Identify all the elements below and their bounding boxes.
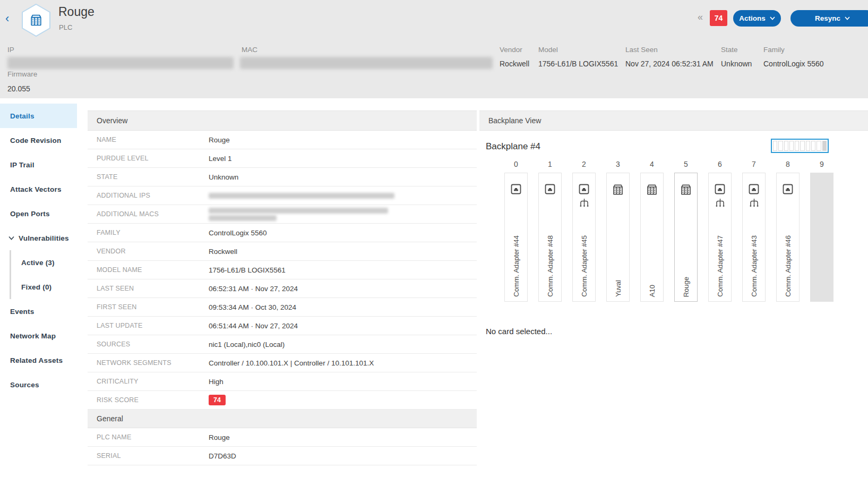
family-value: ControlLogix 5560 — [763, 60, 824, 68]
minimap-slot — [778, 141, 783, 151]
slot-card-a10[interactable]: A10 — [640, 173, 664, 302]
resync-button[interactable]: Resync — [790, 10, 868, 27]
row-value: Controller / 10.100.101.X | Controller /… — [209, 359, 477, 367]
slot-card-icons — [607, 173, 629, 197]
slot-card-label: Rouge — [682, 277, 690, 297]
table-row: FAMILYControlLogix 5560 — [88, 224, 477, 242]
sidebar-item-events[interactable]: Events — [0, 299, 77, 324]
minimap-slot — [800, 141, 804, 151]
page-title: Rouge — [58, 5, 94, 19]
slot-number: 3 — [606, 160, 630, 171]
slot-card-icons — [675, 173, 697, 197]
backplane-slot-7: 7Comm. Adapter #43 — [742, 160, 766, 302]
row-value: Level 1 — [209, 155, 477, 163]
table-row: LAST SEEN06:52:31 AM · Nov 27, 2024 — [88, 279, 477, 298]
row-label: FIRST SEEN — [88, 303, 209, 311]
slot-card-rouge[interactable]: Rouge — [674, 173, 698, 302]
slot-card-icons — [743, 173, 765, 208]
actions-button[interactable]: Actions — [733, 10, 781, 27]
table-row: MODEL NAME1756-L61/B LOGIX5561 — [88, 261, 477, 279]
backplane-minimap[interactable] — [771, 139, 829, 153]
row-label: SOURCES — [88, 341, 209, 348]
sidebar-item-sources[interactable]: Sources — [0, 372, 77, 397]
overview-table: NAMERougePURDUE LEVELLevel 1STATEUnknown… — [88, 131, 477, 410]
backplane-body: Backplane #4 0Comm. Adapter #441Comm. Ad… — [479, 131, 868, 493]
table-row: ADDITIONAL MACS — [88, 205, 477, 224]
sidebar-item-details[interactable]: Details — [0, 104, 77, 128]
chevron-down-icon — [770, 16, 775, 20]
backplane-slot-8: 8Comm. Adapter #46 — [776, 160, 800, 302]
sidebar-item-ip-trail[interactable]: IP Trail — [0, 152, 77, 177]
plc-rack-icon — [29, 13, 44, 28]
slot-number: 6 — [708, 160, 732, 171]
network-tree-icon — [579, 198, 590, 208]
table-row: SOURCESnic1 (Local),nic0 (Local) — [88, 335, 477, 354]
sidebar-item-label: IP Trail — [10, 161, 35, 169]
table-row: VENDORRockwell — [88, 242, 477, 261]
sidebar-item-label: Code Revision — [10, 137, 61, 144]
vendor-label: Vendor — [500, 46, 522, 54]
row-value — [209, 193, 477, 199]
slot-card-label: Comm. Adapter #44 — [512, 235, 520, 297]
slot-number: 9 — [810, 160, 833, 171]
slot-card-label: A10 — [648, 285, 656, 297]
slot-card-comm-adapter-48[interactable]: Comm. Adapter #48 — [538, 173, 562, 302]
row-label: PURDUE LEVEL — [88, 155, 209, 162]
ethernet-port-icon — [510, 183, 522, 196]
row-label: VENDOR — [88, 248, 209, 255]
slot-card-comm-adapter-43[interactable]: Comm. Adapter #43 — [742, 173, 766, 302]
state-value: Unknown — [721, 60, 752, 68]
plc-rack-icon — [679, 183, 693, 197]
table-row: NETWORK SEGMENTSController / 10.100.101.… — [88, 354, 477, 372]
backplane-slot-5: 5Rouge — [674, 160, 698, 302]
sidebar-item-network-map[interactable]: Network Map — [0, 324, 77, 348]
minimap-slot — [806, 141, 810, 151]
sidebar-item-vulnerabilities-fixed[interactable]: Fixed (0) — [11, 275, 77, 299]
sidebar-item-vulnerabilities-active[interactable]: Active (3) — [11, 250, 77, 275]
last-seen-label: Last Seen — [625, 46, 658, 54]
backplane-slot-9: 9 — [810, 160, 833, 302]
row-label: ADDITIONAL IPS — [88, 192, 209, 199]
slot-card-comm-adapter-47[interactable]: Comm. Adapter #47 — [708, 173, 732, 302]
redacted-value — [209, 208, 388, 214]
ethernet-port-icon — [714, 183, 726, 196]
minimap-slot — [773, 141, 777, 151]
resync-button-label: Resync — [815, 14, 840, 22]
slot-card-comm-adapter-44[interactable]: Comm. Adapter #44 — [504, 173, 528, 302]
table-row: FIRST SEEN09:53:34 AM · Oct 30, 2024 — [88, 298, 477, 317]
row-value: Rouge — [209, 434, 477, 441]
slot-number: 7 — [742, 160, 766, 171]
slot-card-comm-adapter-46[interactable]: Comm. Adapter #46 — [776, 173, 800, 302]
row-value: nic1 (Local),nic0 (Local) — [209, 341, 477, 348]
sidebar-item-open-ports[interactable]: Open Ports — [0, 201, 77, 226]
sidebar-item-label: Details — [10, 112, 35, 120]
state-label: State — [721, 46, 738, 54]
backplane-panel: Backplane View Backplane #4 0Comm. Adapt… — [479, 110, 868, 493]
slot-number: 0 — [504, 160, 528, 171]
sidebar-item-vulnerabilities[interactable]: Vulnerabilities — [0, 226, 77, 250]
sidebar-item-related-assets[interactable]: Related Assets — [0, 348, 77, 372]
minimap-slot — [784, 141, 788, 151]
table-row: PLC NAMERouge — [88, 428, 477, 447]
sidebar-item-attack-vectors[interactable]: Attack Vectors — [0, 177, 77, 201]
detail-nav-sidebar: DetailsCode RevisionIP TrailAttack Vecto… — [0, 98, 77, 493]
collapse-panel-icon[interactable]: « — [698, 12, 703, 23]
minimap-slot — [811, 141, 815, 151]
table-row: NAMERouge — [88, 131, 477, 149]
risk-score-badge: 74 — [209, 395, 226, 405]
row-label: STATE — [88, 173, 209, 181]
slot-card-yuval[interactable]: Yuval — [606, 173, 630, 302]
row-label: ADDITIONAL MACS — [88, 210, 209, 218]
back-icon[interactable]: ‹ — [5, 13, 9, 24]
table-row: STATEUnknown — [88, 168, 477, 186]
chevron-down-icon — [845, 16, 850, 20]
sidebar-item-label: Vulnerabilities — [19, 234, 69, 242]
row-value: 1756-L61/B LOGIX5561 — [209, 266, 477, 274]
slot-card-label: Yuval — [614, 280, 622, 297]
sidebar-item-code-revision[interactable]: Code Revision — [0, 128, 77, 152]
backplane-slot-0: 0Comm. Adapter #44 — [504, 160, 528, 302]
row-label: LAST SEEN — [88, 285, 209, 292]
overview-section-header: Overview — [88, 110, 477, 131]
slot-card-comm-adapter-45[interactable]: Comm. Adapter #45 — [572, 173, 596, 302]
table-row: ADDITIONAL IPS — [88, 186, 477, 205]
